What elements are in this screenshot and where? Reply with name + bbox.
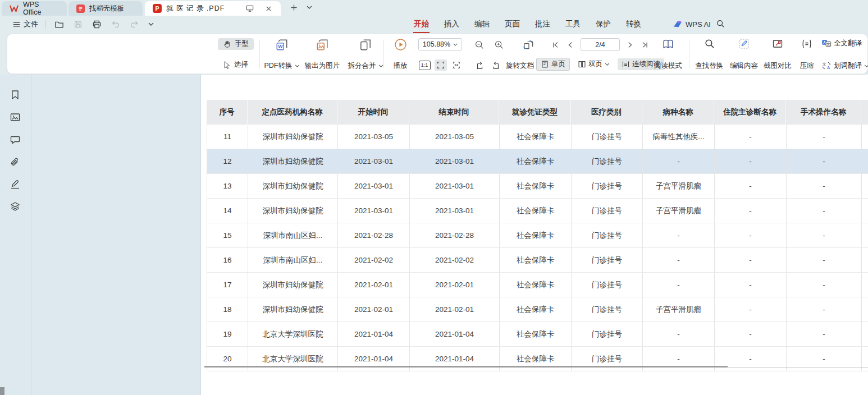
layers-icon[interactable] [10,201,21,214]
cell-start-date: 2021-03-01 [338,174,410,198]
find-replace-button[interactable]: 查找替换 [692,38,726,71]
cell-diagnosis: - [715,297,787,321]
thumbnail-image-icon[interactable] [10,112,21,125]
cell-seq: 15 [207,223,248,247]
zoom-group: 105.88% 1:1 [417,38,464,71]
last-page-icon[interactable] [640,40,650,49]
attachment-clip-icon[interactable] [10,157,21,170]
translate-group: 全文翻译 划词翻译 [821,38,868,71]
table-row: 20 北京大学深圳医院 2021-01-04 2021-01-04 社会保障卡 … [207,347,868,371]
menu-convert[interactable]: 转换 [626,19,641,29]
cell-disease-name: 病毒性其他疾... [643,125,715,149]
zoom-in-icon[interactable] [493,39,505,50]
read-mode-button[interactable]: 阅读模式 [651,38,686,71]
cell-seq: 19 [207,322,248,346]
word-translate-button[interactable]: 划词翻译 [821,61,868,71]
redo-icon[interactable] [129,19,140,29]
menu-comment[interactable]: 批注 [535,19,550,29]
cell-institution: 深圳市妇幼保健院 [248,273,338,297]
edit-content-button[interactable]: 编辑内容 [727,38,761,71]
menu-search-icon[interactable] [716,19,725,30]
cell-operation: - [787,322,862,346]
cell-operation: - [787,199,862,223]
menu-home[interactable]: 开始 [414,19,429,29]
tab-wps-office[interactable]: WPS Office [2,1,67,16]
cell-credential-type: 社会保障卡 [500,273,572,297]
full-text-translate-button[interactable]: 全文翻译 [821,38,862,48]
divider [689,40,689,68]
menu-edit[interactable]: 编辑 [474,19,490,29]
table-row: 19 北京大学深圳医院 2021-01-04 2021-01-04 社会保障卡 … [207,322,868,347]
header-cell: 结束时间 [409,100,499,125]
cursor-icon [223,61,231,69]
compress-button[interactable]: 压缩 [796,38,818,71]
fit-page-button[interactable] [435,59,447,71]
first-page-icon[interactable] [550,40,560,49]
menu-tools[interactable]: 工具 [565,19,581,29]
play-button[interactable]: 播放 [387,38,414,71]
chevron-down-icon [864,65,868,67]
screenshot-compare-button[interactable]: 截图对比 [761,38,794,71]
cell-medical-category: 门诊挂号 [572,248,643,272]
table-row: 15 深圳市南山区妇... 2021-02-28 2021-02-28 社会保障… [207,223,868,248]
left-icon-rail [0,75,31,395]
close-tab-icon[interactable] [264,2,273,15]
cell-disease-name: 子宫平滑肌瘤 [643,199,715,223]
cell-institution: 深圳市妇幼保健院 [248,125,338,149]
next-page-icon[interactable] [625,40,635,49]
select-tool-button[interactable]: 选择 [218,59,253,71]
cell-institution: 深圳市妇幼保健院 [248,199,338,223]
rotate-right-icon[interactable] [490,61,501,71]
fit-width-button[interactable] [451,60,462,70]
cell-disease-name: - [643,248,715,272]
hand-tool-button[interactable]: 手型 [218,38,254,50]
export-as-image-button[interactable]: 输出为图片 [296,38,348,71]
comment-bubble-icon[interactable] [10,134,21,148]
file-menu-button[interactable]: 文件 [12,19,38,29]
signature-pen-icon[interactable] [10,179,21,192]
header-cell: 病种名称 [642,100,714,125]
save-icon[interactable] [72,19,84,29]
table-row: 11 深圳市妇幼保健院 2021-03-05 2021-03-05 社会保障卡 … [207,125,868,149]
pdf-page[interactable]: 序号 定点医药机构名称 开始时间 结束时间 就诊凭证类型 医疗类别 病种名称 住… [200,75,868,395]
previous-page-icon[interactable] [565,40,575,49]
quickbar-chevron-icon[interactable] [147,22,155,26]
tab-pdf-document[interactable]: P 就 医 记 录 .PDF [145,1,281,16]
cell-disease-name: - [643,322,715,346]
tab-list-chevron-icon[interactable] [303,1,316,13]
wps-ai-button[interactable]: WPS AI [673,16,711,33]
tab-docer-templates[interactable]: 找稻壳模板 [68,1,143,16]
table-row: 17 深圳市妇幼保健院 2021-02-01 2021-02-01 社会保障卡 … [207,273,868,297]
undo-icon[interactable] [110,19,121,29]
rotate-document-icon[interactable] [522,38,536,51]
zoom-level-dropdown[interactable]: 105.88% [418,38,462,50]
docer-icon [76,4,85,13]
print-icon[interactable] [91,19,103,30]
menu-page[interactable]: 页面 [505,19,520,29]
cell-operation: - [787,149,862,173]
zoom-out-icon[interactable] [473,39,485,50]
cell-disease-name: - [643,223,715,247]
cell-disease-name: 子宫平滑肌瘤 [643,297,715,321]
double-page-button[interactable]: 双页 [575,58,613,70]
single-page-button[interactable]: 单页 [536,58,570,71]
open-folder-icon[interactable] [53,19,65,30]
rotate-document-label[interactable]: 旋转文档 [506,61,534,71]
cell-end-date: 2021-01-04 [410,322,500,346]
hand-icon [223,40,232,49]
menu-insert[interactable]: 插入 [444,19,459,29]
actual-size-button[interactable]: 1:1 [419,61,431,70]
eye-protect-monitor-icon[interactable] [244,2,256,15]
page-indicator-input[interactable]: 2/4 [581,38,620,51]
bookmark-icon[interactable] [10,89,21,103]
double-page-icon [578,60,586,68]
rotate-left-icon[interactable] [474,61,486,71]
cell-medical-category: 门诊挂号 [572,297,643,321]
cell-credential-type: 社会保障卡 [500,149,572,173]
split-merge-button[interactable]: 拆分合并 [343,38,388,71]
table-body: 11 深圳市妇幼保健院 2021-03-05 2021-03-05 社会保障卡 … [207,125,868,371]
single-page-icon [541,60,549,68]
menu-protect[interactable]: 保护 [596,19,611,29]
new-tab-plus-icon[interactable] [287,1,300,13]
menu-bar: 文件 开始 插入 编辑 页面 批注 工具 保护 转换 WPS AI [0,16,868,33]
